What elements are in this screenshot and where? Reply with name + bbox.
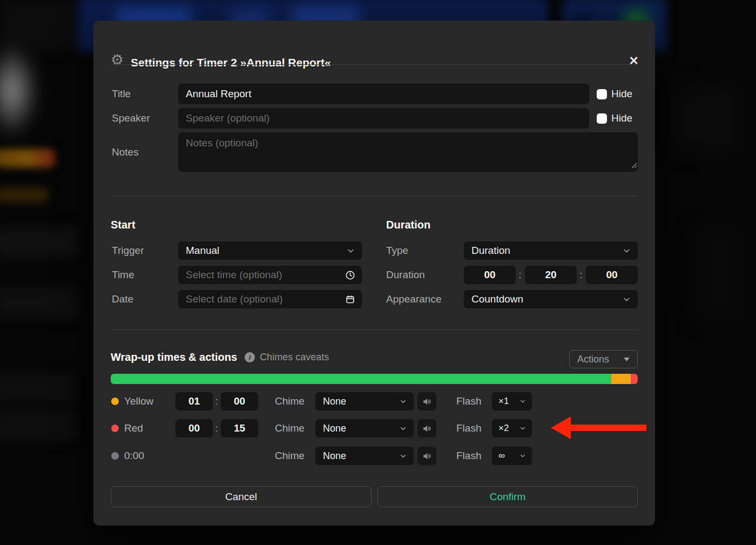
chime-label: Chime: [275, 419, 305, 438]
bar-green-segment: [111, 374, 611, 384]
duration-minutes-input[interactable]: [525, 266, 577, 284]
flash-label: Flash: [456, 447, 481, 465]
yellow-flash-select[interactable]: ×1: [492, 392, 532, 411]
duration-hours-input[interactable]: [464, 266, 516, 284]
resize-handle-icon[interactable]: [631, 162, 637, 169]
zero-flash-select[interactable]: ∞: [492, 447, 532, 465]
triangle-down-icon: [624, 358, 630, 361]
timer-settings-dialog: ⚙ Settings for Timer 2 »Annual Report« ✕…: [93, 21, 655, 526]
cancel-button[interactable]: Cancel: [111, 486, 372, 507]
appearance-label: Appearance: [386, 290, 441, 308]
wrapup-header: Wrap-up times & actions i Chimes caveats: [111, 351, 329, 364]
zero-row-label: 0:00: [124, 447, 144, 465]
time-placeholder: Select time (optional): [186, 269, 282, 281]
hide-speaker-checkbox[interactable]: [597, 113, 607, 124]
chevron-down-icon: [622, 295, 631, 304]
calendar-icon: [345, 294, 355, 305]
wrapup-heading: Wrap-up times & actions: [111, 351, 237, 364]
type-label: Type: [386, 241, 408, 260]
duration-seconds-input[interactable]: [586, 266, 638, 284]
flash-label: Flash: [456, 392, 481, 411]
notes-label: Notes: [112, 132, 139, 172]
flash-value: ×1: [498, 396, 509, 407]
yellow-row-label: Yellow: [124, 392, 153, 411]
yellow-chime-select[interactable]: None: [315, 392, 414, 411]
chimes-caveats-link[interactable]: Chimes caveats: [260, 352, 329, 363]
colon-separator: :: [213, 419, 220, 438]
appearance-select[interactable]: Countdown: [464, 290, 638, 308]
date-picker[interactable]: Select date (optional): [178, 290, 362, 308]
red-dot: [111, 425, 119, 432]
zero-chime-preview-button[interactable]: [417, 447, 436, 465]
flash-value: ×2: [498, 423, 509, 434]
notes-textarea[interactable]: [178, 132, 638, 172]
trigger-select[interactable]: Manual: [178, 241, 362, 260]
chevron-down-icon: [519, 425, 526, 432]
speaker-icon: [422, 451, 432, 461]
chevron-down-icon: [399, 398, 407, 406]
appearance-value: Countdown: [471, 293, 523, 305]
red-seconds-input[interactable]: [221, 419, 258, 438]
annotation-arrow: [548, 413, 647, 443]
colon-separator: :: [577, 266, 585, 284]
info-icon[interactable]: i: [245, 352, 255, 362]
yellow-dot: [111, 398, 119, 405]
chevron-down-icon: [346, 246, 355, 255]
hide-speaker-group: Hide: [597, 108, 632, 129]
chime-value: None: [323, 450, 346, 462]
divider: [111, 64, 638, 65]
chevron-down-icon: [622, 246, 631, 255]
hide-title-group: Hide: [597, 84, 632, 104]
start-heading: Start: [111, 219, 136, 231]
close-icon[interactable]: ✕: [629, 54, 639, 68]
red-chime-preview-button[interactable]: [417, 419, 436, 438]
chevron-down-icon: [399, 425, 407, 433]
time-label: Time: [112, 266, 134, 284]
speaker-input[interactable]: [178, 108, 589, 129]
actions-menu-button[interactable]: Actions: [569, 350, 638, 368]
chime-value: None: [323, 423, 346, 434]
yellow-seconds-input[interactable]: [221, 392, 258, 411]
clock-icon: [345, 270, 355, 280]
hide-speaker-label: Hide: [611, 112, 632, 124]
date-placeholder: Select date (optional): [186, 293, 283, 305]
red-chime-select[interactable]: None: [315, 419, 414, 438]
speaker-label: Speaker: [112, 108, 150, 129]
duration-heading: Duration: [386, 219, 430, 231]
flash-value: ∞: [498, 450, 505, 461]
yellow-minutes-input[interactable]: [176, 392, 213, 411]
colon-separator: :: [516, 266, 524, 284]
divider: [111, 196, 638, 196]
chevron-down-icon: [519, 452, 526, 460]
title-input[interactable]: [178, 84, 589, 104]
flash-label: Flash: [456, 419, 481, 438]
gear-icon: ⚙: [111, 53, 124, 68]
chime-value: None: [323, 396, 346, 407]
yellow-chime-preview-button[interactable]: [417, 392, 436, 411]
date-label: Date: [112, 290, 133, 308]
chevron-down-icon: [399, 452, 407, 460]
hide-title-checkbox[interactable]: [597, 89, 607, 99]
bar-yellow-segment: [611, 374, 631, 384]
speaker-icon: [422, 396, 432, 407]
hide-title-label: Hide: [611, 88, 632, 100]
bar-red-segment: [631, 374, 638, 384]
duration-time-label: Duration: [386, 266, 425, 284]
speaker-icon: [422, 423, 432, 434]
dialog-title: Settings for Timer 2 »Annual Report«: [131, 56, 331, 69]
zero-chime-select[interactable]: None: [315, 447, 414, 465]
type-select[interactable]: Duration: [464, 241, 638, 260]
colon-separator: :: [213, 392, 220, 411]
divider: [111, 329, 638, 330]
red-minutes-input[interactable]: [176, 419, 213, 438]
type-value: Duration: [471, 245, 510, 257]
title-label: Title: [112, 84, 131, 104]
confirm-button[interactable]: Confirm: [377, 486, 638, 507]
red-flash-select[interactable]: ×2: [492, 419, 532, 438]
zero-dot: [111, 452, 119, 460]
time-picker[interactable]: Select time (optional): [178, 266, 362, 284]
trigger-value: Manual: [186, 245, 219, 257]
chime-label: Chime: [275, 392, 305, 411]
trigger-label: Trigger: [112, 241, 144, 260]
chime-label: Chime: [275, 447, 305, 465]
